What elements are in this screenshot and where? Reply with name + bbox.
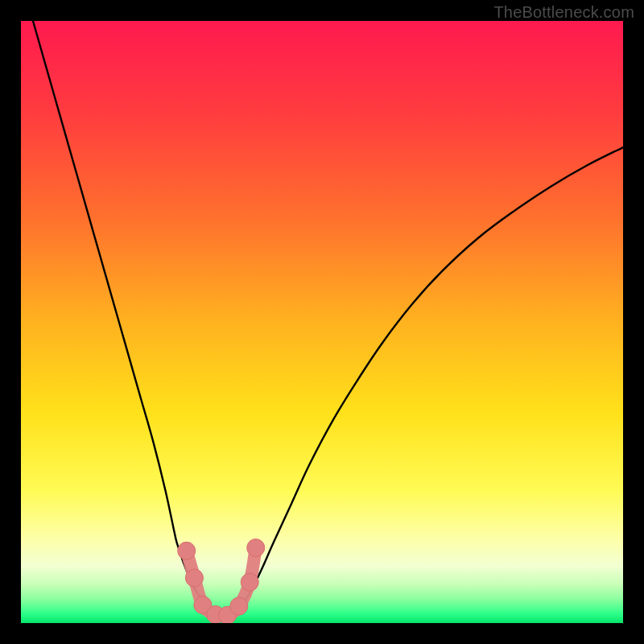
curve-layer — [21, 21, 623, 623]
marker-group — [178, 539, 265, 624]
plot-area — [21, 21, 623, 623]
right-curve — [225, 147, 623, 620]
marker-dot — [185, 569, 203, 587]
marker-dot — [247, 539, 265, 557]
marker-dot — [178, 542, 196, 559]
chart-frame: TheBottleneck.com — [0, 0, 644, 644]
attribution-label: TheBottleneck.com — [493, 3, 634, 22]
marker-dot — [241, 573, 258, 591]
marker-dot — [230, 597, 248, 615]
left-curve — [33, 21, 225, 620]
